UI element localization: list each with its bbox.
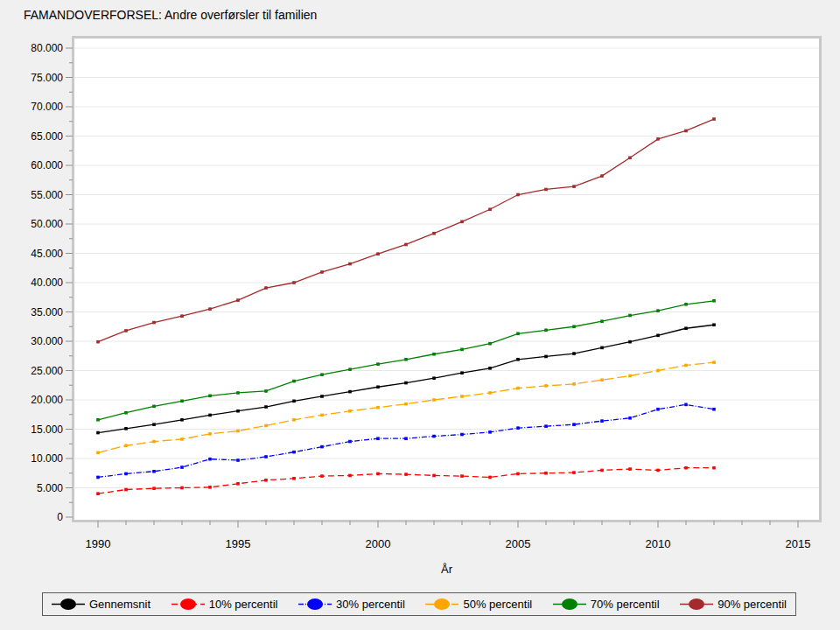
data-point (348, 390, 352, 394)
y-tick-label: 55.000 (31, 189, 63, 201)
data-point (404, 358, 408, 361)
legend-item-gennemsnit: Gennemsnit (52, 598, 150, 611)
y-tick-label: 25.000 (31, 365, 63, 377)
y-tick-label: 35.000 (31, 306, 63, 318)
data-point (96, 340, 100, 344)
data-point (460, 348, 464, 352)
data-point (124, 488, 128, 492)
data-point (488, 342, 492, 346)
data-point (404, 437, 408, 440)
data-point (600, 346, 604, 350)
data-point (656, 334, 660, 338)
x-tick-label: 2005 (506, 537, 531, 550)
legend-item-90-percentil: 90% percentil (680, 598, 787, 611)
data-point (236, 391, 240, 395)
data-point (488, 476, 492, 480)
data-point (404, 382, 408, 385)
data-point (376, 362, 380, 366)
y-tick-label: 45.000 (31, 248, 63, 260)
data-point (180, 438, 184, 441)
data-point (292, 281, 296, 284)
data-point (628, 340, 632, 344)
data-point (516, 358, 520, 361)
data-point (180, 314, 184, 318)
data-point (152, 405, 156, 409)
data-point (544, 384, 548, 388)
data-point (180, 400, 184, 403)
data-point (320, 414, 324, 417)
chart-plot-area: 05.00010.00015.00020.00025.00030.00035.0… (0, 0, 840, 584)
data-point (628, 416, 632, 420)
data-point (320, 395, 324, 398)
y-tick-label: 10.000 (31, 452, 63, 465)
data-point (96, 418, 100, 422)
data-point (96, 452, 100, 455)
data-point (656, 408, 660, 411)
data-point (264, 389, 268, 393)
data-point (404, 243, 408, 247)
data-point (152, 321, 156, 325)
data-point (264, 424, 268, 428)
x-tick-label: 1990 (86, 537, 111, 550)
data-point (600, 319, 604, 323)
data-point (124, 472, 128, 476)
x-tick-label: 2000 (366, 537, 391, 550)
data-point (656, 369, 660, 373)
data-point (180, 486, 184, 490)
data-point (600, 174, 604, 178)
data-point (264, 479, 268, 482)
data-point (628, 314, 632, 318)
y-tick-label: 40.000 (31, 276, 63, 289)
legend-label: 30% percentil (336, 598, 405, 611)
data-point (432, 376, 436, 380)
data-point (124, 329, 128, 332)
data-point (348, 410, 352, 413)
data-point (600, 378, 604, 382)
data-point (488, 391, 492, 395)
data-point (292, 418, 296, 422)
data-point (712, 466, 716, 470)
data-point (572, 352, 576, 355)
data-point (516, 193, 520, 197)
y-tick-label: 0 (57, 511, 63, 523)
x-tick-label: 2015 (786, 537, 811, 550)
x-tick-label: 1995 (226, 537, 251, 550)
data-point (348, 262, 352, 266)
chart-window: FAMANDOVERFORSEL: Andre overførsler til … (0, 0, 840, 630)
data-point (236, 430, 240, 433)
data-point (320, 373, 324, 376)
data-point (124, 427, 128, 430)
x-axis: 199019952000200520102015År (86, 521, 811, 576)
data-point (432, 353, 436, 356)
data-point (348, 368, 352, 371)
data-point (600, 419, 604, 423)
y-axis: 05.00010.00015.00020.00025.00030.00035.0… (31, 42, 73, 523)
data-point (152, 440, 156, 444)
data-point (432, 474, 436, 478)
data-point (432, 398, 436, 402)
data-point (376, 252, 380, 256)
data-point (432, 232, 436, 235)
data-point (488, 367, 492, 370)
legend-item-50-percentil: 50% percentil (425, 598, 532, 611)
y-tick-label: 15.000 (31, 424, 63, 436)
data-point (684, 326, 688, 330)
data-point (376, 406, 380, 410)
data-point (656, 469, 660, 472)
data-point (264, 286, 268, 290)
data-point (292, 451, 296, 454)
data-point (460, 395, 464, 398)
data-point (460, 371, 464, 374)
y-tick-label: 75.000 (31, 72, 63, 84)
data-point (264, 455, 268, 458)
legend-marker-icon (298, 598, 332, 611)
data-point (96, 431, 100, 435)
data-point (152, 470, 156, 473)
data-point (544, 188, 548, 192)
y-tick-label: 70.000 (31, 101, 63, 113)
data-point (292, 400, 296, 403)
data-point (656, 309, 660, 312)
data-point (292, 380, 296, 383)
data-point (460, 474, 464, 478)
data-point (404, 472, 408, 476)
